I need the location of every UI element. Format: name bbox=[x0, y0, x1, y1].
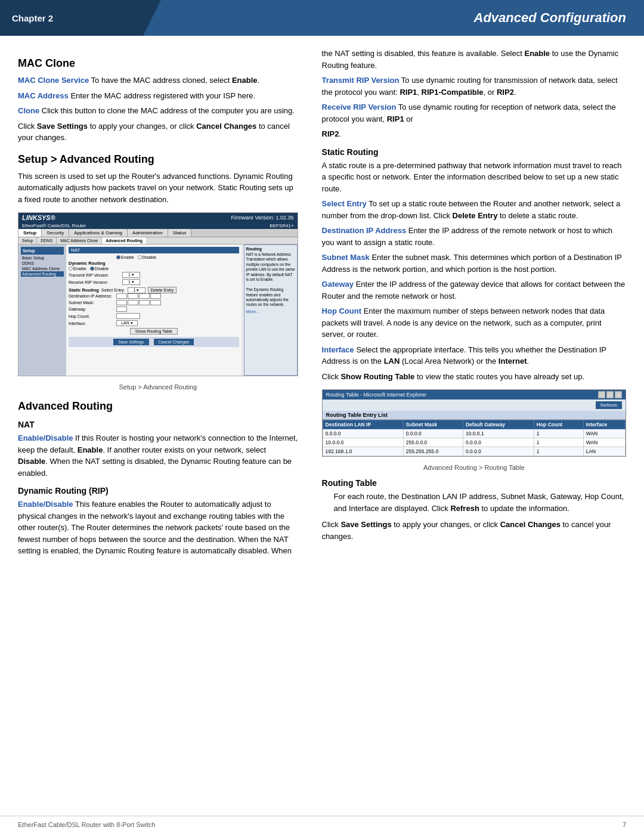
ss-nat-radios: Enable Disable bbox=[116, 255, 156, 259]
lan-bold: LAN bbox=[384, 357, 400, 366]
rt-refresh-btn[interactable]: Refresh bbox=[596, 401, 622, 409]
mac-clone-enable-bold: Enable bbox=[232, 76, 258, 85]
ss-sidebar-mac-clone[interactable]: MAC Address Clone bbox=[21, 266, 64, 271]
ss-tab-admin[interactable]: Administration bbox=[128, 229, 168, 237]
rt-close-btn[interactable]: × bbox=[615, 391, 622, 398]
disable-nat-bold: Disable bbox=[18, 457, 45, 466]
rt-cell: 1 bbox=[534, 429, 583, 438]
ss-subnet-1[interactable] bbox=[116, 300, 127, 305]
ss-more-link[interactable]: More... bbox=[246, 309, 295, 314]
ss-nat-enable[interactable]: Enable bbox=[116, 255, 134, 259]
ss-dest-ip-row: Destination IP Address: bbox=[69, 293, 239, 299]
setup-screenshot: LINKSYS® Firmware Version: 1.02.35 Ether… bbox=[18, 212, 298, 376]
ss-select-entry-select[interactable]: 1 ▾ bbox=[128, 287, 145, 293]
ss-dr-enable[interactable]: Enable bbox=[69, 267, 86, 271]
ss-interface-row: Interface: LAN ▾ bbox=[69, 320, 239, 326]
rt-max-btn[interactable]: □ bbox=[606, 391, 614, 398]
page-title: Advanced Configuration bbox=[143, 0, 644, 36]
ss-tab-apps[interactable]: Applications & Gaming bbox=[69, 229, 128, 237]
ss-subtab-mac[interactable]: MAC Address Clone bbox=[57, 237, 102, 244]
nat-heading: NAT bbox=[18, 420, 298, 429]
rt-cell: 0.0.0.0 bbox=[463, 438, 534, 447]
ss-receive-rip-select[interactable]: 1 ▾ bbox=[122, 279, 140, 285]
rt-desc-end: to update the information. bbox=[479, 504, 569, 513]
interface-para: Interface Select the appropriate interfa… bbox=[322, 344, 626, 367]
hop-count-para: Hop Count Enter the maximum number of st… bbox=[322, 305, 626, 340]
ss-receive-rip-row: Receive RIP Version: 1 ▾ bbox=[69, 279, 239, 285]
ss-transmit-rip-select[interactable]: 1 ▾ bbox=[122, 272, 140, 278]
ss-dest-ip-2[interactable] bbox=[128, 293, 138, 299]
ss-nat-disable[interactable]: Disable bbox=[138, 255, 156, 259]
ss-hop-label: Hop Count: bbox=[69, 314, 116, 318]
ss-tab-security[interactable]: Security bbox=[42, 229, 69, 237]
mac-address-text: Enter the MAC address registered with yo… bbox=[70, 91, 255, 100]
footer-left: EtherFast Cable/DSL Router with 8-Port S… bbox=[18, 821, 156, 828]
ss-sidebar-basic[interactable]: Basic Setup bbox=[21, 255, 64, 261]
ss-dynamic-routing-label: Dynamic Routing bbox=[69, 261, 239, 266]
ss-hop-row: Hop Count: bbox=[69, 313, 239, 319]
clone-para: Clone Click this button to clone the MAC… bbox=[18, 105, 298, 117]
rt-cell: WAN bbox=[583, 429, 625, 438]
page-title-text: Advanced Configuration bbox=[474, 10, 626, 26]
dr-cont-para: the NAT setting is disabled, this featur… bbox=[322, 48, 626, 71]
dr-cont-text: the NAT setting is disabled, this featur… bbox=[322, 49, 525, 58]
internet-bold: Internet bbox=[499, 357, 527, 366]
ss-save-btn[interactable]: Save Settings bbox=[113, 339, 148, 345]
setup-advanced-routing-desc: This screen is used to set up the Router… bbox=[18, 171, 298, 206]
rip2-bold: RIP2 bbox=[497, 88, 514, 97]
delete-entry-bold: Delete Entry bbox=[453, 211, 498, 220]
ss-model-bar: EtherFast® Cable/DSL Router BEFSR41+ bbox=[18, 222, 298, 229]
ss-subnet-4[interactable] bbox=[150, 300, 161, 305]
dr-enable-bold: Enable bbox=[524, 49, 550, 58]
transmit-rip-para: Transmit RIP Version To use dynamic rout… bbox=[322, 75, 626, 98]
ss-subtab-setup[interactable]: Setup bbox=[18, 237, 37, 244]
subnet-mask-term: Subnet Mask bbox=[322, 253, 370, 262]
interface-term: Interface bbox=[322, 345, 354, 354]
ss-select-entry-label: Select Entry: bbox=[101, 288, 125, 292]
ss-cancel-btn[interactable]: Cancel Changes bbox=[154, 339, 194, 345]
rt-cell: 10.0.0.0 bbox=[323, 438, 403, 447]
setup-advanced-routing-heading: Setup > Advanced Routing bbox=[18, 153, 298, 166]
mac-clone-service-term: MAC Clone Service bbox=[18, 76, 89, 85]
lan-expansion: (Local Area Network) or the bbox=[400, 357, 498, 366]
ss-subtab-advanced-routing[interactable]: Advanced Routing bbox=[102, 237, 146, 244]
ss-dest-ip-1[interactable] bbox=[116, 293, 127, 299]
transmit-rip-term: Transmit RIP Version bbox=[322, 76, 400, 85]
rt-col-gateway: Default Gateway bbox=[463, 420, 534, 429]
gateway-text: Enter the IP address of the gateway devi… bbox=[322, 280, 626, 301]
ss-gateway-row: Gateway: bbox=[69, 306, 239, 312]
rt-min-btn[interactable]: – bbox=[598, 391, 605, 398]
clone-text: Click this button to clone the MAC addre… bbox=[42, 106, 295, 115]
ss-sidebar-ddns[interactable]: DDNS bbox=[21, 261, 64, 266]
ss-routing-panel: Routing NAT is a Network Address Transla… bbox=[244, 244, 298, 376]
ss-show-routing-btn[interactable]: Show Routing Table bbox=[130, 328, 178, 335]
routing-table-heading: Routing Table bbox=[322, 478, 626, 488]
static-routing-desc: A static route is a pre-determined pathw… bbox=[322, 160, 626, 195]
ss-delete-entry-btn[interactable]: Delete Entry bbox=[148, 287, 177, 293]
ss-tab-status[interactable]: Status bbox=[168, 229, 192, 237]
ss-gateway-1[interactable] bbox=[116, 306, 127, 312]
ss-dr-disable[interactable]: Disable bbox=[90, 267, 109, 271]
ss-subtab-ddns[interactable]: DDNS bbox=[37, 237, 57, 244]
ss-subnet-3[interactable] bbox=[139, 300, 150, 305]
destination-ip-term: Destination IP Address bbox=[322, 226, 407, 235]
gateway-term: Gateway bbox=[322, 280, 354, 289]
rt-col-subnet: Subnet Mask bbox=[403, 420, 463, 429]
nat-mid: . If another router exists on your netwo… bbox=[103, 445, 266, 454]
receive-rip-term: Receive RIP Version bbox=[322, 103, 397, 112]
ss-receive-rip-label: Receive RIP Version: bbox=[69, 280, 122, 284]
ss-static-routing-label: Static Routing bbox=[69, 287, 99, 293]
ss-hop-input[interactable] bbox=[116, 313, 140, 319]
ss-gateway-inputs bbox=[116, 306, 127, 312]
enable-disable-nat-para: Enable/Disable If this Router is hosting… bbox=[18, 432, 298, 479]
ss-sidebar-adv-routing[interactable]: Advanced Routing bbox=[21, 271, 64, 277]
rt-win-controls: – □ × bbox=[598, 391, 622, 398]
ss-transmit-rip-row: Transmit RIP Version: 1 ▾ bbox=[69, 272, 239, 278]
ss-dest-ip-4[interactable] bbox=[150, 293, 161, 299]
ss-dest-ip-3[interactable] bbox=[139, 293, 150, 299]
ss-interface-select[interactable]: LAN ▾ bbox=[116, 320, 138, 326]
rt-cell: 10.0.0.1 bbox=[463, 429, 534, 438]
page-header: Chapter 2 Advanced Configuration bbox=[0, 0, 644, 36]
ss-tab-setup[interactable]: Setup bbox=[18, 229, 42, 237]
ss-subnet-2[interactable] bbox=[128, 300, 138, 305]
